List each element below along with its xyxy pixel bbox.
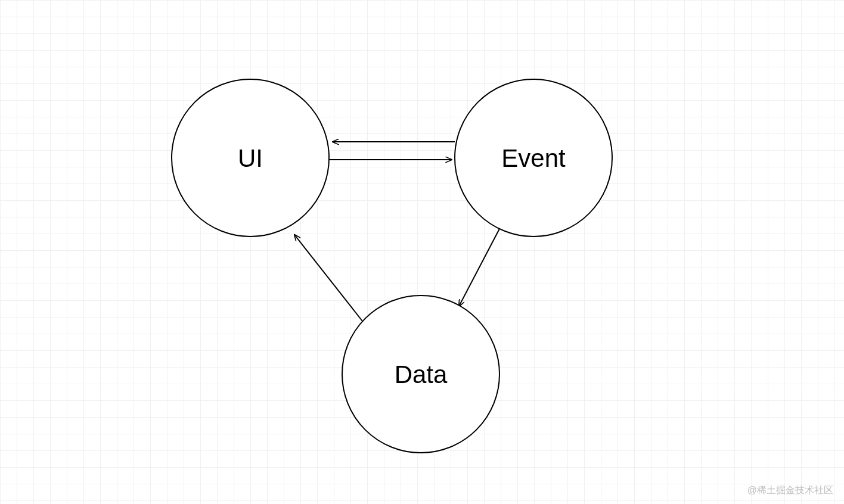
- node-ui-label: UI: [238, 144, 263, 172]
- watermark-text: @稀土掘金技术社区: [747, 484, 833, 497]
- node-event: Event: [455, 79, 612, 237]
- edge-ui-event: [329, 142, 455, 160]
- node-data-label: Data: [395, 360, 448, 388]
- svg-line-2: [459, 229, 499, 306]
- edge-data-ui: [294, 235, 362, 321]
- diagram-canvas: UI Event Data: [0, 0, 844, 504]
- node-ui: UI: [172, 79, 329, 237]
- svg-line-3: [294, 235, 362, 321]
- edge-event-data: [459, 229, 499, 306]
- node-data: Data: [342, 295, 499, 453]
- node-event-label: Event: [501, 144, 566, 172]
